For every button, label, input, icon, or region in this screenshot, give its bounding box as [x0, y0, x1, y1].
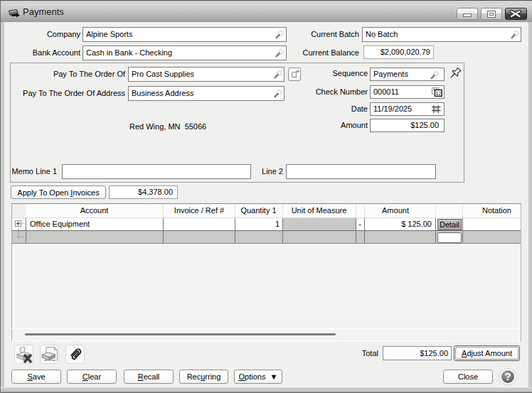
- svg-text:12: 12: [435, 90, 441, 97]
